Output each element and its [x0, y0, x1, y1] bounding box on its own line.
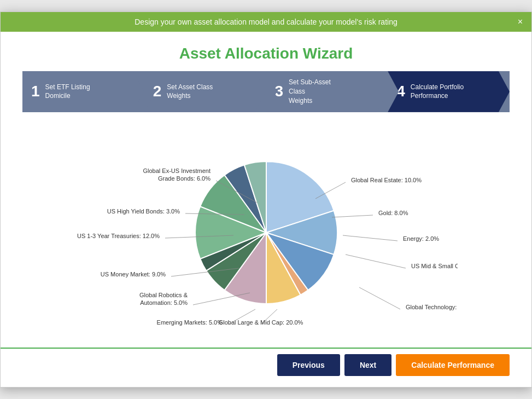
- footer-buttons: Previous Next Calculate Performance: [1, 348, 531, 387]
- svg-text:US High Yield Bonds: 3.0%: US High Yield Bonds: 3.0%: [107, 208, 180, 215]
- svg-text:Emerging Markets: 5.0%: Emerging Markets: 5.0%: [156, 319, 223, 326]
- step-4-number: 4: [396, 84, 405, 99]
- step-4-label: Calculate PortfolioPerformance: [411, 83, 464, 101]
- svg-text:Global Technology: 10.0%: Global Technology: 10.0%: [406, 304, 458, 310]
- page-title: Asset Allocation Wizard: [1, 32, 531, 71]
- step-1[interactable]: 1 Set ETF ListingDomicile: [22, 71, 144, 112]
- svg-text:Global Real Estate: 10.0%: Global Real Estate: 10.0%: [351, 177, 422, 183]
- step-3[interactable]: 3 Set Sub-AssetClassWeights: [266, 71, 388, 112]
- pie-chart: Global Large & Mid Cap: 20.0%Global Tech…: [75, 129, 458, 337]
- svg-text:Grade Bonds: 6.0%: Grade Bonds: 6.0%: [157, 175, 210, 182]
- step-4[interactable]: 4 Calculate PortfolioPerformance: [388, 71, 510, 112]
- svg-text:Global Robotics &: Global Robotics &: [139, 292, 188, 298]
- svg-text:Global Large & Mid Cap: 20.0%: Global Large & Mid Cap: 20.0%: [218, 319, 303, 326]
- wizard-steps: 1 Set ETF ListingDomicile 2 Set Asset Cl…: [22, 71, 510, 112]
- previous-button[interactable]: Previous: [277, 354, 340, 376]
- step-1-number: 1: [31, 84, 40, 99]
- close-button[interactable]: ×: [518, 17, 523, 27]
- svg-text:Global Ex-US Investment: Global Ex-US Investment: [143, 167, 211, 174]
- step-2-number: 2: [153, 84, 162, 99]
- next-button[interactable]: Next: [344, 354, 391, 376]
- step-2-label: Set Asset ClassWeights: [167, 83, 213, 101]
- modal-container: Design your own asset allocation model a…: [0, 11, 532, 387]
- content-area: Global Large & Mid Cap: 20.0%Global Tech…: [1, 123, 531, 348]
- top-banner: Design your own asset allocation model a…: [1, 12, 531, 32]
- step-1-label: Set ETF ListingDomicile: [45, 83, 90, 101]
- svg-line-4: [346, 255, 406, 268]
- svg-text:US Mid & Small Cap: 10.0%: US Mid & Small Cap: 10.0%: [411, 263, 458, 269]
- svg-text:Energy: 2.0%: Energy: 2.0%: [403, 235, 439, 242]
- step-3-number: 3: [275, 84, 284, 99]
- svg-text:Gold: 8.0%: Gold: 8.0%: [378, 210, 408, 216]
- step-2[interactable]: 2 Set Asset ClassWeights: [144, 71, 266, 112]
- banner-text: Design your own asset allocation model a…: [135, 18, 397, 26]
- svg-text:Automation: 5.0%: Automation: 5.0%: [140, 299, 188, 306]
- calculate-button[interactable]: Calculate Performance: [396, 354, 510, 376]
- svg-line-2: [359, 287, 400, 309]
- svg-line-6: [343, 235, 397, 241]
- svg-text:US Money Market: 9.0%: US Money Market: 9.0%: [100, 271, 165, 277]
- svg-line-8: [332, 215, 373, 217]
- pie-chart-container: Global Large & Mid Cap: 20.0%Global Tech…: [75, 129, 458, 337]
- svg-text:US 1-3 Year Treasuries: 12.0%: US 1-3 Year Treasuries: 12.0%: [77, 233, 159, 239]
- step-3-label: Set Sub-AssetClassWeights: [289, 78, 331, 105]
